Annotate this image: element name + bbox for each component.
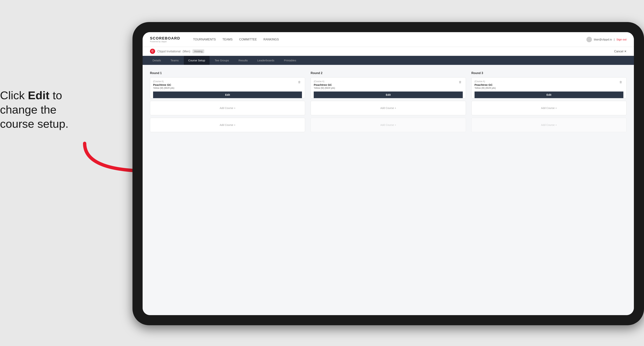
- brand-name: SCOREBOARD: [150, 36, 180, 40]
- add-course-label-1: Add Course +: [220, 107, 236, 110]
- course-name: Peachtree GC: [153, 83, 174, 86]
- course-details-3: Yellow (M) (6629 yds): [474, 87, 496, 89]
- round-1-course-card: (Course A) Peachtree GC Yellow (M) (6629…: [150, 77, 305, 98]
- tab-leaderboards[interactable]: Leaderboards: [253, 56, 279, 65]
- add-course-label-r3-1: Add Course +: [541, 107, 557, 110]
- add-course-label-2: Add Course +: [220, 124, 236, 126]
- course-info-2: (Course A) Peachtree GC Yellow (M) (6629…: [314, 80, 335, 89]
- tab-details[interactable]: Details: [148, 56, 166, 65]
- gender-label: (Men): [182, 50, 190, 53]
- add-course-label-r3-2: Add Course +: [541, 124, 557, 126]
- tab-course-setup[interactable]: Course Setup: [184, 56, 210, 65]
- round-2-course-card: (Course A) Peachtree GC Yellow (M) (6629…: [310, 77, 466, 98]
- round-3-title: Round 3: [472, 71, 626, 75]
- nav-links: TOURNAMENTS TEAMS COMMITTEE RANKINGS: [193, 38, 577, 41]
- instruction-bold: Edit: [28, 89, 50, 102]
- clippd-logo: C: [150, 49, 155, 54]
- sub-header: C Clippd Invitational (Men) Hosting Canc…: [142, 47, 634, 56]
- round-2-add-course-2: Add Course +: [310, 118, 466, 132]
- tablet-frame: SCOREBOARD Powered by clippd TOURNAMENTS…: [132, 22, 644, 325]
- course-info: (Course A) Peachtree GC Yellow (M) (6629…: [153, 80, 174, 89]
- tab-bar: Details Teams Course Setup Tee Groups Re…: [142, 56, 634, 65]
- round-3-course-card: (Course A) Peachtree GC Yellow (M) (6629…: [472, 77, 626, 98]
- add-course-label-r2-2: Add Course +: [380, 124, 396, 126]
- tab-teams[interactable]: Teams: [166, 56, 183, 65]
- course-card-header: (Course A) Peachtree GC Yellow (M) (6629…: [153, 80, 302, 89]
- sub-header-left: C Clippd Invitational (Men) Hosting: [150, 49, 204, 54]
- course-label-3: (Course A): [474, 80, 496, 83]
- round-3-column: Round 3 (Course A) Peachtree GC Yellow (…: [472, 71, 626, 135]
- hosting-badge: Hosting: [192, 49, 204, 53]
- round-1-title: Round 1: [150, 71, 305, 75]
- course-name-3: Peachtree GC: [474, 83, 496, 86]
- top-navbar: SCOREBOARD Powered by clippd TOURNAMENTS…: [142, 32, 634, 47]
- rounds-container: Round 1 (Course A) Peachtree GC Yellow (…: [150, 71, 626, 135]
- tab-results[interactable]: Results: [234, 56, 252, 65]
- avatar: [586, 37, 592, 42]
- nav-committee[interactable]: COMMITTEE: [239, 38, 257, 41]
- round-3-edit-button[interactable]: Edit: [474, 92, 624, 98]
- cancel-button[interactable]: Cancel ✕: [614, 50, 626, 53]
- nav-right: blair@clippd.io | Sign out: [586, 37, 626, 42]
- course-card-header-2: (Course A) Peachtree GC Yellow (M) (6629…: [314, 80, 462, 89]
- round-2-title: Round 2: [310, 71, 466, 75]
- course-label-2: (Course A): [314, 80, 335, 83]
- nav-rankings[interactable]: RANKINGS: [264, 38, 279, 41]
- brand-logo: SCOREBOARD Powered by clippd: [150, 36, 180, 43]
- round-3-add-course-2: Add Course +: [472, 118, 626, 132]
- main-content: Round 1 (Course A) Peachtree GC Yellow (…: [142, 65, 634, 315]
- round-3-add-course-1[interactable]: Add Course +: [472, 101, 626, 115]
- course-name-2: Peachtree GC: [314, 83, 335, 86]
- course-card-header-3: (Course A) Peachtree GC Yellow (M) (6629…: [474, 80, 624, 89]
- course-info-3: (Course A) Peachtree GC Yellow (M) (6629…: [474, 80, 496, 89]
- round-2-add-course-1[interactable]: Add Course +: [310, 101, 466, 115]
- nav-tournaments[interactable]: TOURNAMENTS: [193, 38, 216, 41]
- round-1-add-course-1[interactable]: Add Course +: [150, 101, 305, 115]
- nav-teams[interactable]: TEAMS: [222, 38, 232, 41]
- powered-by: Powered by clippd: [150, 40, 180, 43]
- delete-course-button-3[interactable]: 🗑: [618, 80, 624, 84]
- tablet-screen: SCOREBOARD Powered by clippd TOURNAMENTS…: [142, 32, 634, 315]
- round-2-edit-button[interactable]: Edit: [314, 92, 462, 98]
- instruction-text: Click Edit to change the course setup.: [0, 88, 107, 131]
- round-1-edit-button[interactable]: Edit: [153, 92, 302, 98]
- tournament-name: Clippd Invitational (Men): [157, 49, 190, 53]
- tab-printables[interactable]: Printables: [280, 56, 301, 65]
- tab-tee-groups[interactable]: Tee Groups: [210, 56, 234, 65]
- course-label: (Course A): [153, 80, 174, 83]
- sign-out-link[interactable]: Sign out: [616, 38, 626, 41]
- round-2-column: Round 2 (Course A) Peachtree GC Yellow (…: [310, 71, 466, 135]
- add-course-label-r2-1: Add Course +: [380, 107, 396, 110]
- course-details-2: Yellow (M) (6629 yds): [314, 87, 335, 89]
- round-1-column: Round 1 (Course A) Peachtree GC Yellow (…: [150, 71, 305, 135]
- course-details: Yellow (M) (6629 yds): [153, 87, 174, 89]
- round-1-add-course-2[interactable]: Add Course +: [150, 118, 305, 132]
- delete-course-button-2[interactable]: 🗑: [458, 80, 463, 84]
- user-email: blair@clippd.io: [594, 38, 612, 41]
- delete-course-button[interactable]: 🗑: [297, 80, 302, 84]
- pipe: |: [614, 38, 614, 41]
